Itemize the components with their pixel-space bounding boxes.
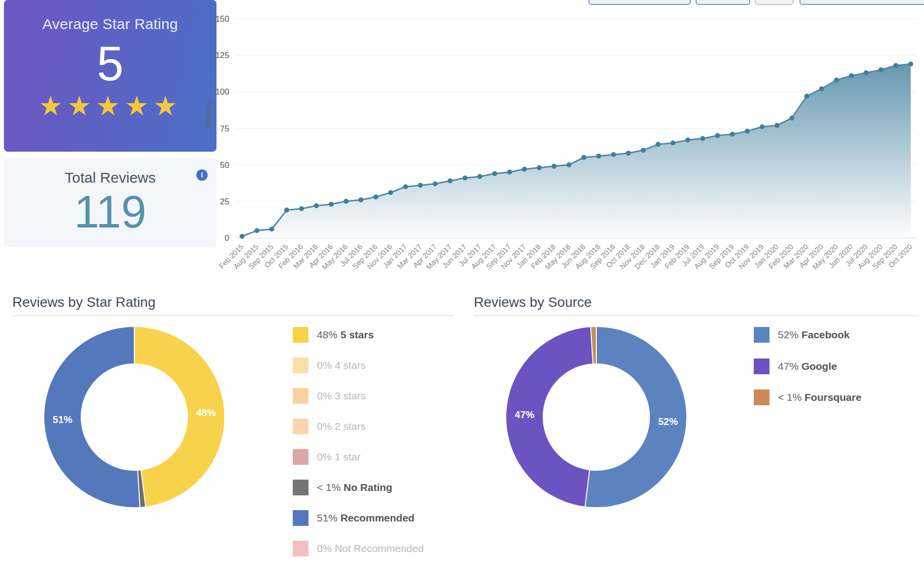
y-tick-125: 125 xyxy=(216,51,229,60)
legend-swatch xyxy=(293,419,308,434)
legend-label: < 1% Foursquare xyxy=(778,391,862,403)
legend-swatch xyxy=(754,390,770,405)
legend-label: 48% 5 stars xyxy=(317,329,374,341)
data-point xyxy=(908,62,913,66)
star-rating-legend: 48% 5 stars0% 4 stars0% 3 stars0% 2 star… xyxy=(293,320,455,566)
slice-percent-label: 51% xyxy=(53,414,72,425)
star-rating-panel-divider xyxy=(12,315,454,316)
data-point xyxy=(433,181,438,186)
legend-label: 51% Recommended xyxy=(317,512,414,524)
legend-swatch xyxy=(293,358,308,373)
data-point xyxy=(552,164,556,169)
data-point xyxy=(462,175,467,180)
legend-label: 0% 4 stars xyxy=(317,359,366,371)
legend-item-5-stars: 48% 5 stars xyxy=(293,326,374,343)
data-point xyxy=(403,184,408,189)
legend-label: < 1% No Rating xyxy=(317,482,392,493)
legend-label: 47% Google xyxy=(778,360,837,372)
data-point xyxy=(685,137,690,142)
y-tick-100: 100 xyxy=(216,87,229,97)
legend-swatch xyxy=(293,480,308,495)
legend-item-facebook: 52% Facebook xyxy=(754,326,850,343)
y-tick-0: 0 xyxy=(225,233,229,243)
y-tick-150: 150 xyxy=(216,14,229,24)
data-point xyxy=(626,151,631,156)
legend-swatch xyxy=(293,449,308,465)
data-point xyxy=(329,202,334,207)
data-point xyxy=(671,140,676,145)
reviews-dashboard: Average Star Rating 5 ★★★★★ Total Review… xyxy=(0,0,924,585)
data-point xyxy=(299,206,304,211)
source-panel-divider xyxy=(474,315,919,316)
legend-swatch xyxy=(754,327,770,343)
data-point xyxy=(373,195,378,199)
data-point xyxy=(566,162,571,167)
legend-item-recommended: 51% Recommended xyxy=(293,510,414,526)
legend-swatch xyxy=(754,358,770,374)
data-point xyxy=(656,142,661,147)
legend-swatch xyxy=(293,541,308,556)
data-point xyxy=(641,148,646,153)
legend-item-1-star: 0% 1 star xyxy=(293,449,361,465)
data-point xyxy=(388,190,393,195)
data-point xyxy=(700,136,705,141)
legend-swatch xyxy=(293,327,308,343)
data-point xyxy=(596,154,601,159)
data-point xyxy=(834,78,839,83)
legend-label: 0% 2 stars xyxy=(317,421,366,432)
source-panel-title: Reviews by Source xyxy=(474,294,592,310)
reviews-timeline-chart: 0255075100125150ReviewsFeb 2015Aug 2015S… xyxy=(0,0,924,292)
star-rating-panel-title: Reviews by Star Rating xyxy=(12,294,155,310)
data-point xyxy=(863,70,868,75)
legend-item-foursquare: < 1% Foursquare xyxy=(754,389,862,406)
legend-label: 52% Facebook xyxy=(778,329,850,341)
data-point xyxy=(418,183,423,188)
data-point xyxy=(448,178,453,183)
data-point xyxy=(715,133,720,138)
data-point xyxy=(477,174,482,179)
slice-percent-label: 48% xyxy=(196,407,216,418)
data-point xyxy=(343,199,348,204)
data-point xyxy=(492,171,497,176)
legend-item-3-stars: 0% 3 stars xyxy=(293,388,366,404)
data-point xyxy=(730,131,735,136)
legend-label: 0% Not Recommended xyxy=(317,543,424,554)
data-point xyxy=(284,208,289,213)
data-point xyxy=(582,155,586,160)
slice-percent-label: 47% xyxy=(515,409,534,420)
y-tick-50: 50 xyxy=(220,161,229,170)
source-legend: 52% Facebook47% Google< 1% Foursquare xyxy=(754,320,921,428)
data-point xyxy=(849,73,854,78)
data-point xyxy=(522,167,527,172)
y-axis-label: Reviews xyxy=(204,100,213,129)
data-point xyxy=(879,67,884,72)
y-tick-75: 75 xyxy=(220,124,229,133)
data-point xyxy=(314,203,319,208)
data-point xyxy=(819,86,824,91)
legend-item-google: 47% Google xyxy=(754,358,837,375)
legend-item-no-rating: < 1% No Rating xyxy=(293,479,392,496)
data-point xyxy=(760,125,765,130)
source-donut-chart: 52%47% xyxy=(500,321,692,513)
star-rating-donut-chart: 48%51% xyxy=(38,321,230,513)
data-point xyxy=(745,129,750,133)
data-point xyxy=(254,228,259,233)
y-tick-25: 25 xyxy=(220,197,229,206)
data-point xyxy=(893,63,898,68)
legend-label: 0% 1 star xyxy=(317,451,361,463)
data-point xyxy=(240,234,245,239)
data-point xyxy=(789,116,794,121)
data-point xyxy=(269,227,274,231)
legend-item-not-recommended: 0% Not Recommended xyxy=(293,540,424,557)
slice-percent-label: 52% xyxy=(658,416,678,427)
legend-item-4-stars: 0% 4 stars xyxy=(293,357,366,374)
legend-swatch xyxy=(293,388,308,404)
data-point xyxy=(804,94,809,98)
legend-label: 0% 3 stars xyxy=(317,390,366,402)
data-point xyxy=(359,197,364,202)
data-point xyxy=(507,170,512,175)
legend-item-2-stars: 0% 2 stars xyxy=(293,418,366,435)
area-fill xyxy=(242,64,911,238)
data-point xyxy=(537,165,542,170)
data-point xyxy=(774,123,779,128)
